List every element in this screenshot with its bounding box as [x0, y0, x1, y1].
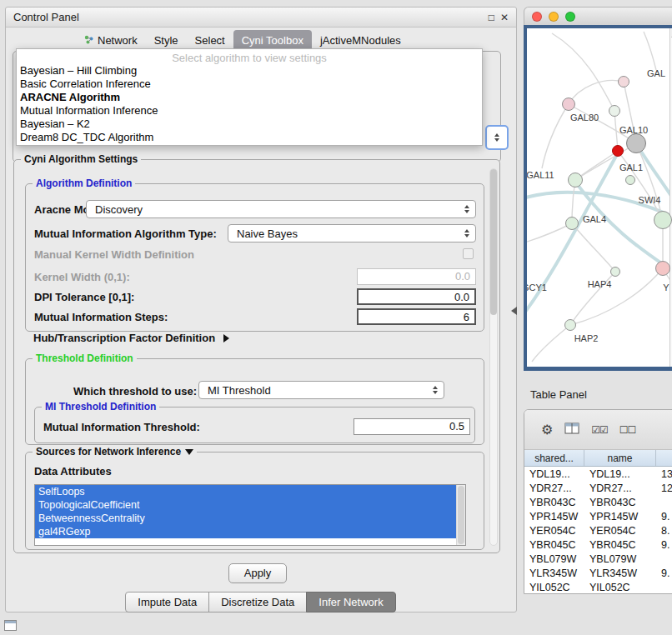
algorithm-option[interactable]: ARACNE Algorithm — [17, 91, 482, 104]
algorithm-option[interactable]: Basic Correlation Inference — [17, 78, 482, 91]
settings-scrollbar[interactable] — [489, 168, 498, 546]
column-header[interactable]: name — [584, 450, 656, 466]
table-cell: YDL19... — [524, 468, 584, 480]
zoom-window-icon[interactable] — [565, 12, 575, 22]
table-row[interactable]: YDR27...YDR27...12 — [524, 481, 672, 495]
data-attributes-list[interactable]: SelfLoopsTopologicalCoefficientBetweenne… — [34, 484, 466, 546]
network-canvas[interactable]: GALGAL80GAL10GAL11GAL1SWI4GAL4GCY1HAP4YH… — [527, 28, 672, 367]
list-scrollbar[interactable] — [456, 485, 465, 545]
network-frame: GALGAL80GAL10GAL11GAL1SWI4GAL4GCY1HAP4YH… — [524, 25, 672, 371]
dpi-tolerance-field[interactable]: 0.0 — [357, 288, 476, 305]
minimized-panel-icon[interactable] — [4, 620, 17, 631]
network-node[interactable] — [612, 145, 624, 157]
algorithm-definition-title: Algorithm Definition — [33, 178, 135, 189]
table-row[interactable]: YLR345WYLR345W9. — [524, 566, 672, 580]
network-node[interactable] — [565, 217, 579, 230]
network-node[interactable] — [562, 98, 575, 111]
bottom-tab-impute[interactable]: Impute Data — [125, 592, 209, 612]
node-label: Y — [663, 282, 669, 292]
desktop: Control Panel □ ✕ Network Style Select C… — [0, 0, 672, 635]
table-cell: YER054C — [584, 525, 656, 537]
data-attributes-label: Data Attributes — [34, 465, 112, 478]
node-label: SWI4 — [639, 195, 661, 205]
apply-button[interactable]: Apply — [228, 563, 287, 583]
mi-threshold-label: Mutual Information Threshold: — [43, 421, 200, 433]
close-window-icon[interactable] — [532, 12, 542, 22]
panel-title: Control Panel — [13, 11, 79, 23]
list-item[interactable]: TopologicalCoefficient — [35, 498, 456, 512]
node-label: GAL — [647, 68, 665, 78]
panel-splitter-icon[interactable] — [511, 307, 517, 315]
table-cell: YLR345W — [524, 568, 584, 579]
algorithm-dropdown: Select algorithm to view settings Bayesi… — [16, 48, 483, 146]
columns-icon[interactable] — [564, 422, 579, 437]
column-header[interactable]: shared... — [524, 450, 584, 466]
algorithm-combo-fragment[interactable] — [485, 125, 509, 150]
table-row[interactable]: YPR145WYPR145W9. — [524, 509, 672, 523]
table-cell: YPR145W — [584, 511, 656, 522]
table-header: shared...name — [524, 450, 672, 467]
algorithm-option[interactable]: Bayesian – K2 — [17, 118, 482, 131]
table-row[interactable]: YBL079WYBL079W — [524, 552, 672, 566]
kernel-width-field[interactable]: 0.0 — [357, 268, 476, 285]
network-node[interactable] — [626, 133, 646, 153]
threshold-select[interactable]: MI Threshold — [198, 381, 444, 399]
list-item[interactable]: SelfLoops — [35, 485, 456, 498]
manual-kernel-checkbox[interactable] — [463, 248, 474, 259]
select-columns-icon[interactable]: ☑☑ — [591, 425, 608, 435]
network-node[interactable] — [564, 319, 576, 331]
bottom-tab-infer[interactable]: Infer Network — [306, 592, 395, 612]
bottom-tab-discretize[interactable]: Discretize Data — [208, 592, 307, 612]
gear-icon[interactable]: ⚙ — [541, 423, 553, 437]
tab-network-label: Network — [98, 34, 138, 47]
node-label: GAL80 — [570, 112, 599, 122]
list-scrollbar-thumb[interactable] — [458, 486, 464, 544]
algorithm-option[interactable]: Bayesian – Hill Climbing — [17, 64, 482, 78]
table-cell: YDR27... — [524, 482, 584, 494]
settings-scrollbar-thumb[interactable] — [490, 169, 497, 315]
table-cell: 12 — [656, 482, 672, 494]
mi-threshold-title: MI Threshold Definition — [42, 401, 159, 412]
network-node[interactable] — [609, 105, 620, 117]
list-item[interactable]: gal4RGexp — [35, 525, 456, 538]
clear-columns-icon[interactable]: ☐☐ — [619, 425, 636, 435]
network-tab-icon — [84, 34, 93, 47]
network-titlebar[interactable] — [524, 7, 672, 25]
kernel-width-label: Kernel Width (0,1): — [34, 271, 130, 283]
network-node[interactable] — [568, 172, 583, 188]
aracne-mode-select[interactable]: Discovery — [86, 200, 476, 218]
network-node[interactable] — [655, 261, 670, 276]
mi-threshold-field[interactable]: 0.5 — [354, 418, 470, 435]
network-node[interactable] — [625, 175, 635, 185]
bottom-tab-bar: Impute Data Discretize Data Infer Networ… — [6, 592, 516, 612]
network-node[interactable] — [618, 76, 629, 88]
hub-label: Hub/Transcription Factor Definition — [33, 332, 215, 344]
sources-title-row[interactable]: Sources for Network Inference — [33, 446, 197, 458]
algorithm-option[interactable]: Dream8 DC_TDC Algorithm — [17, 131, 482, 144]
list-item[interactable]: BetweennessCentrality — [35, 512, 456, 525]
node-label: GAL4 — [583, 214, 606, 224]
mi-steps-label: Mutual Information Steps: — [34, 311, 168, 323]
network-node[interactable] — [610, 267, 620, 277]
mi-steps-field[interactable]: 6 — [357, 308, 476, 325]
table-row[interactable]: YER054CYER054C8. — [524, 523, 672, 538]
table-panel-title: Table Panel — [530, 388, 587, 401]
column-header[interactable] — [656, 450, 672, 466]
table-body: YDL19...YDL19...13YDR27...YDR27...12YBR0… — [524, 467, 672, 594]
table-row[interactable]: YBR043CYBR043C — [524, 495, 672, 509]
dropdown-placeholder: Select algorithm to view settings — [17, 52, 482, 64]
float-window-icon[interactable]: □ — [489, 12, 494, 22]
network-node[interactable] — [654, 211, 672, 229]
threshold-definition-title: Threshold Definition — [33, 352, 137, 364]
algorithm-definition-group: Algorithm Definition Aracne Mode: Discov… — [25, 183, 484, 332]
table-row[interactable]: YDL19...YDL19...13 — [524, 467, 672, 481]
table-row[interactable]: YBR045CYBR045C9. — [524, 538, 672, 552]
table-row[interactable]: YIL052CYIL052C — [524, 580, 672, 594]
close-panel-icon[interactable]: ✕ — [500, 12, 509, 22]
hub-section-toggle[interactable]: Hub/Transcription Factor Definition — [33, 332, 229, 344]
table-cell: 9. — [656, 511, 672, 522]
minimize-window-icon[interactable] — [549, 12, 559, 22]
threshold-select-value: MI Threshold — [208, 384, 271, 397]
algorithm-option[interactable]: Mutual Information Inference — [17, 104, 482, 118]
mi-type-select[interactable]: Naive Bayes — [228, 224, 476, 242]
